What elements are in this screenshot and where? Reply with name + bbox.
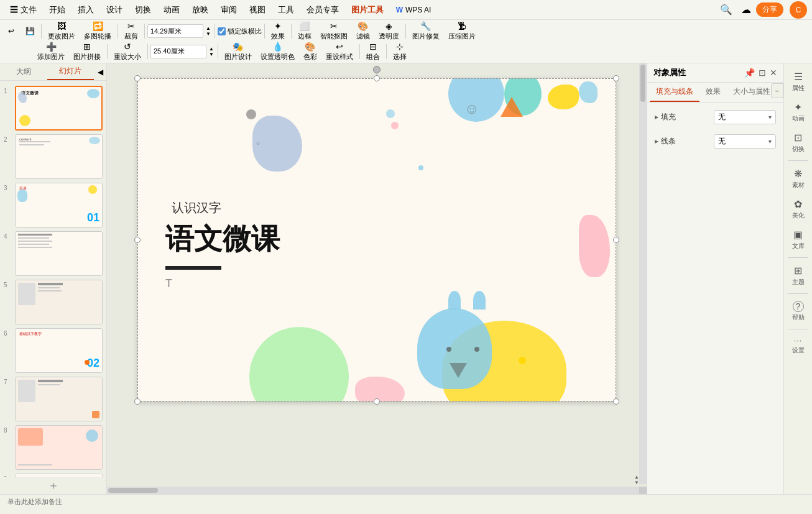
crop-button[interactable]: ✂ 裁剪 (121, 22, 142, 40)
effect-button[interactable]: ✦ 效果 (267, 22, 288, 40)
compress-button[interactable]: 🗜 压缩图片 (445, 22, 479, 40)
user-avatar[interactable]: C (790, 1, 807, 19)
add-slide-button[interactable]: ＋ (0, 477, 106, 494)
far-right-transition[interactable]: ⊡ 切换 (785, 128, 811, 157)
filter-button[interactable]: 🎨 滤镜 (353, 22, 374, 40)
handle-tr[interactable] (613, 75, 619, 81)
menu-transition[interactable]: 切换 (130, 3, 156, 17)
collapse-right-button[interactable]: − (771, 83, 783, 98)
menu-animation[interactable]: 动画 (159, 3, 185, 17)
handle-tl[interactable] (134, 75, 141, 81)
slide-item-5[interactable]: 5 (4, 280, 103, 324)
group-button[interactable]: ⊟ 组合 (362, 42, 384, 61)
slide-item-6[interactable]: 6 基础汉字教学 02 (4, 328, 103, 373)
height-spinner[interactable]: ▲▼ (208, 46, 215, 57)
smart-cutout-button[interactable]: ✂ 智能抠图 (316, 22, 351, 40)
menu-view[interactable]: 视图 (244, 3, 270, 17)
slide-item-7[interactable]: 7 (4, 377, 103, 421)
close-icon[interactable]: ✕ (770, 68, 777, 78)
vertical-scrollbar[interactable] (639, 63, 647, 484)
border-button[interactable]: ⬜ 边框 (294, 22, 315, 40)
slide-item-4[interactable]: 4 (4, 231, 103, 276)
height-input[interactable] (150, 45, 206, 58)
horizontal-scrollbar[interactable] (107, 487, 639, 494)
slide-thumb-7[interactable] (15, 377, 103, 421)
tab-effect[interactable]: 效果 (699, 83, 727, 102)
multi-rotate-button[interactable]: 🔁 多图轮播 (80, 22, 115, 40)
rotate-handle[interactable] (373, 66, 381, 73)
menu-wps-ai[interactable]: W WPS AI (391, 4, 436, 16)
add-pic-button[interactable]: ➕ 添加图片 (34, 42, 68, 61)
far-right-animation[interactable]: ✦ 动画 (785, 98, 811, 127)
cloud-icon[interactable]: ☁ (739, 4, 754, 16)
tab-size-props[interactable]: 大小与属性 (727, 83, 777, 102)
slide-item-8[interactable]: 8 (4, 425, 103, 470)
slide-thumb-3[interactable]: 目录 01 (15, 183, 103, 227)
far-right-settings[interactable]: ··· 设置 (785, 333, 811, 359)
fill-arrow: ▾ (768, 114, 772, 121)
pic-stitch-button[interactable]: ⊞ 图片拼接 (70, 42, 104, 61)
tab-slides[interactable]: 幻灯片 (47, 63, 95, 80)
width-input[interactable] (147, 24, 203, 38)
slide-num-2: 2 (4, 134, 12, 143)
search-icon[interactable]: 🔍 (716, 4, 736, 16)
menu-review[interactable]: 审阅 (216, 3, 242, 17)
stroke-control[interactable]: 无 ▾ (714, 134, 776, 149)
handle-bm[interactable] (374, 398, 380, 405)
slide-thumb-2[interactable]: content (15, 134, 103, 179)
menu-insert[interactable]: 插入 (73, 3, 99, 17)
color-button[interactable]: 🎨 色彩 (300, 42, 321, 61)
handle-tm[interactable] (374, 75, 380, 81)
reset-style-button[interactable]: ↩ 重设样式 (322, 42, 357, 61)
far-right-material[interactable]: ❋ 素材 (785, 164, 811, 193)
menu-start[interactable]: 开始 (44, 3, 70, 17)
slide-thumb-9[interactable]: 感谢观看 (15, 474, 103, 477)
share-button[interactable]: 分享 (756, 2, 783, 17)
save-icon[interactable]: 💾 (21, 22, 39, 40)
handle-ml[interactable] (134, 237, 141, 243)
slide-item-2[interactable]: 2 content (4, 134, 103, 179)
pin-icon[interactable]: 📌 (744, 68, 755, 78)
slide-item-3[interactable]: 3 目录 01 (4, 183, 103, 227)
slide-thumb-4[interactable] (15, 231, 103, 276)
tab-outline[interactable]: 大纲 (0, 63, 47, 80)
slide-thumb-1[interactable]: 语文微课 (15, 86, 103, 131)
select-button[interactable]: ⊹ 选择 (389, 42, 410, 61)
transparency-button[interactable]: ◈ 透明度 (375, 22, 403, 40)
fill-control[interactable]: 无 ▾ (714, 110, 776, 124)
slide-thumb-8[interactable] (15, 425, 103, 470)
slide-thumb-5[interactable] (15, 280, 103, 324)
collapse-panel-button[interactable]: ◀ (94, 63, 106, 80)
far-right-theme[interactable]: ⊞ 主题 (785, 261, 811, 290)
slide-item-9[interactable]: 9 感谢观看 (4, 474, 103, 477)
reset-size-button[interactable]: ↺ 重设大小 (110, 42, 145, 61)
slide-thumb-6[interactable]: 基础汉字教学 02 (15, 328, 103, 373)
far-right-library[interactable]: ▣ 文库 (785, 225, 811, 254)
handle-mr[interactable] (613, 237, 619, 243)
handle-br[interactable] (613, 398, 619, 405)
width-spinner[interactable]: ▲▼ (205, 25, 212, 37)
menu-file[interactable]: ☰ 文件 (5, 3, 42, 17)
pic-design-button[interactable]: 🎭 图片设计 (221, 42, 256, 61)
handle-bl[interactable] (134, 398, 141, 405)
far-right-properties[interactable]: ☰ 属性 (785, 67, 811, 96)
tab-fill-stroke[interactable]: 填充与线条 (650, 83, 699, 102)
expand-icon[interactable]: ⊡ (759, 68, 766, 78)
slide-item-1[interactable]: 1 语文微课 (4, 86, 103, 131)
change-pic-button[interactable]: 🖼 更改图片 (44, 22, 79, 40)
set-transparent-button[interactable]: 💧 设置透明色 (257, 42, 298, 61)
far-right-beautify[interactable]: ✿ 美化 (785, 195, 811, 224)
pic-repair-button[interactable]: 🔧 图片修复 (408, 22, 443, 40)
menu-slideshow[interactable]: 放映 (187, 3, 213, 17)
status-bar: 单击此处添加备注 (0, 494, 812, 509)
scroll-arrows-v[interactable]: ▲ ▼ (634, 474, 639, 485)
undo-icon[interactable]: ↩ (2, 22, 20, 40)
menu-pic-tools[interactable]: 图片工具 (346, 4, 389, 16)
menu-design[interactable]: 设计 (101, 3, 127, 17)
canvas-area[interactable]: ☺ ☺ (107, 63, 647, 494)
menu-tools[interactable]: 工具 (273, 3, 299, 17)
lock-ratio-checkbox[interactable]: 锁定纵横比 (218, 27, 262, 36)
menu-vip[interactable]: 会员专享 (302, 3, 344, 17)
slide-canvas[interactable]: ☺ ☺ (137, 78, 616, 402)
far-right-help[interactable]: ? 帮助 (785, 297, 811, 326)
